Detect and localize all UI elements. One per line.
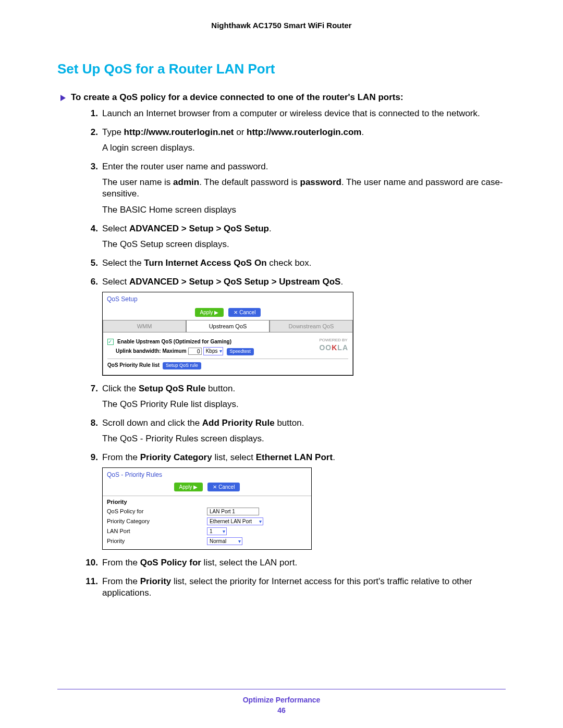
speedtest-button[interactable]: Speedtest: [227, 348, 254, 355]
step-number: 8.: [83, 417, 102, 449]
footer-section: Optimize Performance: [0, 696, 563, 704]
priority-heading: Priority: [103, 496, 311, 505]
step-number: 11.: [83, 576, 102, 603]
tab-upstream-qos[interactable]: Upstream QoS: [186, 320, 270, 332]
step-number: 9.: [83, 452, 102, 554]
step-number: 7.: [83, 383, 102, 414]
step-text: Select ADVANCED > Setup > QoS Setup.: [102, 223, 506, 235]
section-heading: Set Up QoS for a Router LAN Port: [57, 61, 506, 77]
setup-qos-rule-button[interactable]: Setup QoS rule: [163, 362, 201, 369]
product-header: Nighthawk AC1750 Smart WiFi Router: [57, 21, 506, 30]
procedure-lead-text: To create a QoS policy for a device conn…: [71, 92, 403, 104]
enable-upstream-checkbox[interactable]: [107, 339, 114, 345]
page-footer: Optimize Performance 46: [0, 689, 563, 714]
step-text: The QoS Priority Rule list displays.: [102, 399, 506, 410]
step-text: Launch an Internet browser from a comput…: [102, 108, 506, 119]
page-number: 46: [0, 706, 563, 714]
step-8: 8. Scroll down and click the Add Priorit…: [83, 417, 506, 449]
step-5: 5. Select the Turn Internet Access QoS O…: [83, 257, 506, 273]
step-6: 6. Select ADVANCED > Setup > QoS Setup >…: [83, 276, 506, 380]
enable-upstream-label: Enable Upstream QoS (Optimized for Gamin…: [117, 339, 231, 344]
powered-by-label: POWERED BY: [319, 338, 348, 343]
step-text: Select the Turn Internet Access QoS On c…: [102, 257, 506, 269]
step-2: 2. Type http://www.routerlogin.net or ht…: [83, 127, 506, 158]
step-10: 10. From the QoS Policy for list, select…: [83, 557, 506, 573]
cancel-button[interactable]: ✕ Cancel: [207, 483, 240, 491]
step-text: Select ADVANCED > Setup > QoS Setup > Up…: [102, 276, 506, 288]
priority-category-label: Priority Category: [107, 517, 207, 525]
step-number: 4.: [83, 223, 102, 254]
apply-button[interactable]: Apply ▶: [195, 308, 224, 317]
document-page: Nighthawk AC1750 Smart WiFi Router Set U…: [0, 0, 563, 728]
step-number: 2.: [83, 127, 102, 158]
step-number: 1.: [83, 108, 102, 124]
step-text: The BASIC Home screen displays: [102, 204, 506, 216]
lan-port-label: LAN Port: [107, 527, 207, 535]
procedure-steps: 1. Launch an Internet browser from a com…: [83, 108, 506, 603]
step-number: 5.: [83, 257, 102, 273]
qos-setup-screenshot: QoS Setup Apply ▶ ✕ Cancel WMM Upstream …: [102, 292, 353, 376]
apply-button[interactable]: Apply ▶: [174, 483, 203, 491]
priority-category-select[interactable]: Ethernet LAN Port: [207, 517, 263, 525]
arrow-icon: [60, 95, 66, 101]
procedure-lead: To create a QoS policy for a device conn…: [57, 92, 506, 104]
step-text: Scroll down and click the Add Priority R…: [102, 417, 506, 429]
step-4: 4. Select ADVANCED > Setup > QoS Setup. …: [83, 223, 506, 254]
cancel-button[interactable]: ✕ Cancel: [228, 308, 261, 317]
step-text: From the Priority list, select the prior…: [102, 576, 506, 599]
step-text: The QoS Setup screen displays.: [102, 239, 506, 250]
step-text: From the QoS Policy for list, select the…: [102, 557, 506, 569]
bandwidth-unit-select[interactable]: Kbps: [203, 347, 224, 355]
ookla-logo: OOKLA: [319, 343, 348, 352]
screenshot-title: QoS Setup: [103, 292, 353, 307]
step-3: 3. Enter the router user name and passwo…: [83, 161, 506, 219]
qos-policy-for-value[interactable]: LAN Port 1: [207, 508, 259, 515]
step-text: Enter the router user name and password.: [102, 161, 506, 172]
step-11: 11. From the Priority list, select the p…: [83, 576, 506, 603]
uplink-bandwidth-input[interactable]: 0: [188, 348, 202, 355]
tab-downstream-qos[interactable]: Downstream QoS: [270, 320, 353, 332]
priority-rules-screenshot: QoS - Priority Rules Apply ▶ ✕ Cancel Pr…: [102, 467, 312, 550]
step-text: Type http://www.routerlogin.net or http:…: [102, 127, 506, 138]
step-7: 7. Click the Setup QoS Rule button. The …: [83, 383, 506, 414]
step-text: Click the Setup QoS Rule button.: [102, 383, 506, 394]
step-1: 1. Launch an Internet browser from a com…: [83, 108, 506, 124]
step-number: 3.: [83, 161, 102, 219]
uplink-bandwidth-label: Uplink bandwidth: Maximum: [116, 348, 187, 354]
step-text: A login screen displays.: [102, 142, 506, 154]
priority-label: Priority: [107, 537, 207, 545]
step-number: 10.: [83, 557, 102, 573]
step-text: The user name is admin. The default pass…: [102, 177, 506, 200]
lan-port-select[interactable]: 1: [207, 527, 227, 535]
priority-select[interactable]: Normal: [207, 537, 242, 545]
qos-policy-for-label: QoS Policy for: [107, 508, 207, 515]
tab-wmm[interactable]: WMM: [103, 320, 186, 332]
step-text: From the Priority Category list, select …: [102, 452, 506, 463]
screenshot-title: QoS - Priority Rules: [103, 468, 311, 483]
step-number: 6.: [83, 276, 102, 380]
rule-list-label: QoS Priority Rule list: [107, 362, 160, 368]
step-text: The QoS - Priority Rules screen displays…: [102, 433, 506, 445]
step-9: 9. From the Priority Category list, sele…: [83, 452, 506, 554]
